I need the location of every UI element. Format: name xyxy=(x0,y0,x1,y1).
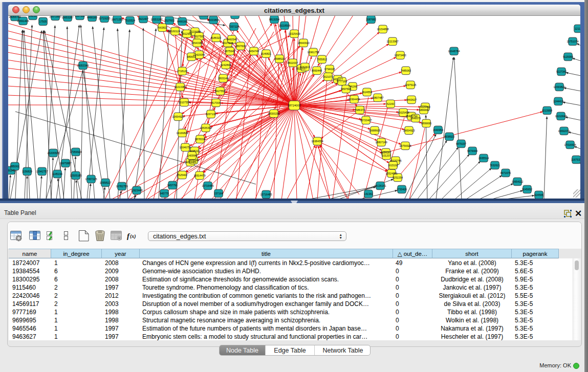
svg-text:6466160: 6466160 xyxy=(177,20,187,23)
svg-text:15716485: 15716485 xyxy=(260,193,272,196)
svg-text:6466160: 6466160 xyxy=(87,16,97,19)
svg-text:945779: 945779 xyxy=(160,192,168,195)
svg-text:10654923: 10654923 xyxy=(172,115,184,118)
svg-text:7955812: 7955812 xyxy=(317,58,327,61)
svg-text:2803144: 2803144 xyxy=(218,77,228,80)
svg-text:13226058: 13226058 xyxy=(189,30,201,33)
svg-text:12213389: 12213389 xyxy=(174,85,186,89)
svg-text:7515524: 7515524 xyxy=(125,19,135,22)
svg-text:16914479: 16914479 xyxy=(193,174,205,177)
svg-text:2588520: 2588520 xyxy=(274,57,285,60)
svg-text:8878334: 8878334 xyxy=(195,138,205,141)
svg-text:9146821: 9146821 xyxy=(261,52,271,55)
svg-text:8186323: 8186323 xyxy=(211,36,221,39)
svg-text:10107554: 10107554 xyxy=(178,101,190,104)
svg-text:16210643: 16210643 xyxy=(555,115,567,118)
svg-text:7663822: 7663822 xyxy=(157,26,167,29)
svg-text:1621072: 1621072 xyxy=(323,75,333,78)
svg-text:9252254: 9252254 xyxy=(393,176,403,179)
svg-text:17505: 17505 xyxy=(39,20,47,23)
svg-text:817004: 817004 xyxy=(211,101,220,104)
svg-text:6899695: 6899695 xyxy=(421,122,431,125)
svg-text:15692071: 15692071 xyxy=(558,129,570,133)
svg-text:9463627: 9463627 xyxy=(406,98,417,101)
svg-text:885061: 885061 xyxy=(10,165,19,168)
svg-text:19218506: 19218506 xyxy=(278,24,290,27)
svg-text:4498222: 4498222 xyxy=(189,149,200,152)
svg-text:19756928: 19756928 xyxy=(399,144,411,147)
svg-text:9327506: 9327506 xyxy=(194,35,204,38)
svg-text:8822037: 8822037 xyxy=(288,61,298,64)
svg-text:19975887: 19975887 xyxy=(59,162,71,165)
svg-text:9327508: 9327508 xyxy=(223,41,233,45)
svg-text:8160124: 8160124 xyxy=(170,30,180,33)
svg-text:10654112: 10654112 xyxy=(512,180,524,183)
svg-text:1244419: 1244419 xyxy=(553,100,563,103)
svg-text:20364436: 20364436 xyxy=(348,98,360,101)
svg-text:9227342: 9227342 xyxy=(556,70,567,73)
svg-text:24055724: 24055724 xyxy=(9,16,20,18)
svg-text:19384554: 19384554 xyxy=(311,140,323,143)
svg-text:8454749: 8454749 xyxy=(249,50,259,53)
svg-text:1640954: 1640954 xyxy=(433,128,443,132)
svg-text:9777169: 9777169 xyxy=(337,80,347,83)
svg-text:18724007: 18724007 xyxy=(288,104,301,107)
svg-text:15716485: 15716485 xyxy=(202,184,213,187)
svg-text:12942757: 12942757 xyxy=(36,170,48,173)
svg-text:19166829: 19166829 xyxy=(176,132,188,135)
svg-text:3624554: 3624554 xyxy=(362,91,372,94)
svg-text:2718120: 2718120 xyxy=(177,70,187,73)
svg-text:7986372: 7986372 xyxy=(355,108,365,112)
svg-text:8267130: 8267130 xyxy=(206,113,216,116)
svg-text:62160: 62160 xyxy=(387,102,395,105)
svg-text:10120746: 10120746 xyxy=(389,159,401,162)
svg-text:16648784: 16648784 xyxy=(448,50,460,53)
svg-text:18807249: 18807249 xyxy=(375,141,387,144)
svg-text:1527602: 1527602 xyxy=(164,19,175,22)
svg-text:8990448: 8990448 xyxy=(312,69,322,72)
svg-text:7632621: 7632621 xyxy=(490,164,500,167)
svg-text:18640910: 18640910 xyxy=(297,41,309,45)
svg-text:1615192: 1615192 xyxy=(388,164,398,167)
svg-text:7625402: 7625402 xyxy=(177,173,187,177)
svg-text:17957225: 17957225 xyxy=(85,178,97,181)
svg-text:1167533: 1167533 xyxy=(571,158,580,161)
svg-text:10719155: 10719155 xyxy=(98,17,110,20)
svg-text:29053346: 29053346 xyxy=(77,64,89,67)
svg-text:1849579: 1849579 xyxy=(410,117,421,120)
svg-text:6897568: 6897568 xyxy=(341,87,351,91)
svg-text:16961758: 16961758 xyxy=(307,51,319,54)
svg-text:14136141: 14136141 xyxy=(374,184,386,187)
svg-text:10553287: 10553287 xyxy=(150,18,162,21)
svg-text:1603380: 1603380 xyxy=(230,16,240,16)
svg-text:17359924: 17359924 xyxy=(70,150,81,154)
svg-text:10807487: 10807487 xyxy=(372,96,383,99)
svg-text:2087682: 2087682 xyxy=(366,18,376,21)
svg-text:8938923: 8938923 xyxy=(444,135,454,138)
svg-text:13325419: 13325419 xyxy=(288,32,300,35)
svg-text:12093822: 12093822 xyxy=(553,85,565,89)
svg-text:13524851: 13524851 xyxy=(385,172,397,175)
svg-text:8813054: 8813054 xyxy=(269,18,279,21)
svg-text:20691406: 20691406 xyxy=(17,19,29,23)
svg-text:12505185: 12505185 xyxy=(70,174,81,177)
svg-text:7485063: 7485063 xyxy=(401,69,411,72)
svg-text:8427552: 8427552 xyxy=(215,90,225,93)
svg-text:10653287: 10653287 xyxy=(61,16,73,19)
svg-text:140994: 140994 xyxy=(187,154,196,157)
svg-text:8213958: 8213958 xyxy=(542,109,552,112)
svg-text:689969: 689969 xyxy=(419,108,428,112)
svg-text:18300295: 18300295 xyxy=(268,112,279,115)
svg-text:2935514: 2935514 xyxy=(478,157,489,160)
svg-text:9242844: 9242844 xyxy=(221,63,231,67)
svg-text:15720407: 15720407 xyxy=(360,119,372,122)
svg-text:924565: 924565 xyxy=(534,193,543,196)
svg-text:101207: 101207 xyxy=(382,154,390,157)
svg-text:9129366: 9129366 xyxy=(563,55,573,58)
svg-text:1156829: 1156829 xyxy=(22,170,32,173)
svg-text:17016504: 17016504 xyxy=(564,143,576,146)
svg-text:16782759: 16782759 xyxy=(116,185,127,188)
svg-text:391141: 391141 xyxy=(8,169,15,172)
svg-text:16154838: 16154838 xyxy=(377,28,388,31)
svg-text:10688609: 10688609 xyxy=(368,129,380,132)
